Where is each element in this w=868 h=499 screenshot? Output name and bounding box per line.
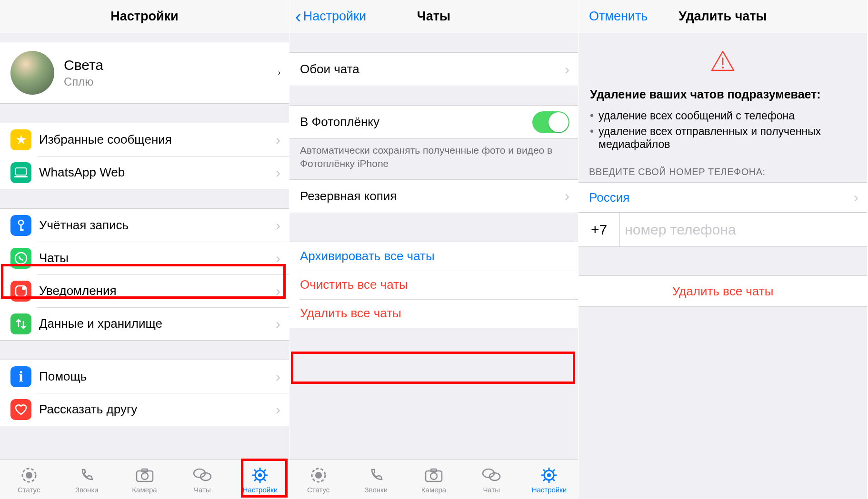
notifications-row[interactable]: Уведомления › [0,274,289,307]
profile-name: Света [64,57,278,73]
tab-settings[interactable]: Настройки [520,460,578,499]
tab-calls[interactable]: Звонки [58,460,115,499]
svg-point-16 [258,473,262,477]
tab-chats[interactable]: Чаты [173,460,231,499]
chevron-left-icon: ‹ [295,8,301,26]
cancel-button[interactable]: Отменить [579,9,648,24]
status-icon [310,466,327,485]
svg-line-23 [264,470,266,471]
tab-label: Звонки [75,486,98,494]
tab-settings[interactable]: Настройки [231,460,289,499]
warning-icon [710,49,736,72]
navbar: Отменить Удалить чаты [579,0,867,33]
cell-label: Данные и хранилище [39,316,276,331]
camera-icon [136,466,154,485]
country-row[interactable]: Россия › [579,183,867,212]
chats-icon [482,466,501,485]
whatsapp-web-row[interactable]: WhatsApp Web › [0,156,289,189]
cell-label: Уведомления [39,284,276,298]
chats-content: Обои чата › В Фотоплёнку Автоматически с… [289,33,578,460]
tab-chats[interactable]: Чаты [463,460,520,499]
wallpaper-row[interactable]: Обои чата › [289,53,578,86]
backup-row[interactable]: Резервная копия › [289,180,578,213]
svg-line-38 [543,470,545,471]
chats-row[interactable]: Чаты › [0,242,289,274]
phone-icon [368,466,384,485]
notification-icon [10,281,31,302]
navbar: Настройки [0,0,289,33]
help-row[interactable]: i Помощь › [0,360,289,393]
chevron-right-icon: › [278,68,280,77]
phone-section-header: ВВЕДИТЕ СВОЙ НОМЕР ТЕЛЕФОНА: [579,152,867,182]
delete-all-button[interactable]: Удалить все чаты [579,275,867,307]
heart-icon [10,399,31,420]
svg-line-21 [254,470,256,471]
tab-label: Статус [307,486,329,494]
chevron-right-icon: › [276,250,280,266]
status-icon [20,466,38,485]
camera-roll-footer: Автоматически сохранять полученные фото … [289,139,578,179]
chevron-right-icon: › [276,217,280,234]
tab-camera[interactable]: Камера [116,460,173,499]
tab-label: Статус [18,486,40,494]
cell-label: Архивировать все чаты [300,249,435,264]
toggle-on[interactable] [532,111,569,133]
avatar [10,51,54,95]
tabbar: Статус Звонки Камера Чаты Настройки [289,460,578,499]
svg-point-2 [19,220,23,225]
cell-label: Рассказать другу [39,402,276,417]
svg-line-24 [254,479,256,481]
updown-icon [10,313,31,334]
svg-point-28 [430,473,437,479]
chats-settings-screen: ‹ Настройки Чаты Обои чата › В Фотоплёнк… [289,0,578,499]
svg-point-7 [22,286,26,290]
tab-label: Настройки [532,486,567,494]
cell-label: Чаты [39,251,276,265]
tab-status[interactable]: Статус [0,460,58,499]
account-row[interactable]: Учётная запись › [0,209,289,242]
delete-heading: Удаление ваших чатов подразумевает: [579,83,867,108]
archive-all-row[interactable]: Архивировать все чаты [289,242,578,271]
chevron-right-icon: › [276,316,280,332]
chevron-right-icon: › [854,189,858,205]
settings-screen: Настройки Света Сплю › ★ Избранные сообщ… [0,0,289,499]
data-storage-row[interactable]: Данные и хранилище › [0,307,289,340]
tell-friend-row[interactable]: Рассказать другу › [0,393,289,426]
phone-row: +7 [579,213,867,247]
starred-messages-row[interactable]: ★ Избранные сообщения › [0,123,289,156]
profile-status: Сплю [64,75,278,88]
svg-rect-1 [14,176,28,177]
delete-chats-screen: Отменить Удалить чаты Удаление ваших чат… [578,0,867,499]
delete-all-row[interactable]: Удалить все чаты [289,299,578,328]
info-icon: i [10,366,31,387]
chats-icon [193,466,212,485]
chevron-right-icon: › [276,283,280,299]
gear-icon [540,466,558,485]
cell-label: Избранные сообщения [39,132,276,147]
svg-rect-4 [20,229,24,231]
chevron-right-icon: › [276,132,280,148]
chevron-right-icon: › [276,401,280,418]
clear-all-row[interactable]: Очистить все чаты [289,271,578,299]
svg-point-43 [722,67,724,68]
laptop-icon [10,162,31,183]
back-button[interactable]: ‹ Настройки [289,8,366,26]
cell-label: Удалить все чаты [300,306,401,321]
tab-label: Чаты [483,486,500,494]
tab-camera[interactable]: Камера [405,460,462,499]
cell-label: Очистить все чаты [300,277,408,292]
tab-label: Чаты [194,486,211,494]
key-icon [10,215,31,236]
chevron-right-icon: › [565,61,569,78]
tab-status[interactable]: Статус [289,460,347,499]
camera-roll-row[interactable]: В Фотоплёнку [289,106,578,138]
country-label: Россия [589,190,854,205]
cell-label: Обои чата [300,62,565,77]
profile-cell[interactable]: Света Сплю › [0,42,289,103]
camera-icon [425,466,443,485]
cell-label: Учётная запись [39,218,276,233]
svg-line-39 [553,479,555,481]
button-label: Удалить все чаты [672,284,774,299]
tab-calls[interactable]: Звонки [347,460,405,499]
phone-input[interactable] [620,213,867,246]
